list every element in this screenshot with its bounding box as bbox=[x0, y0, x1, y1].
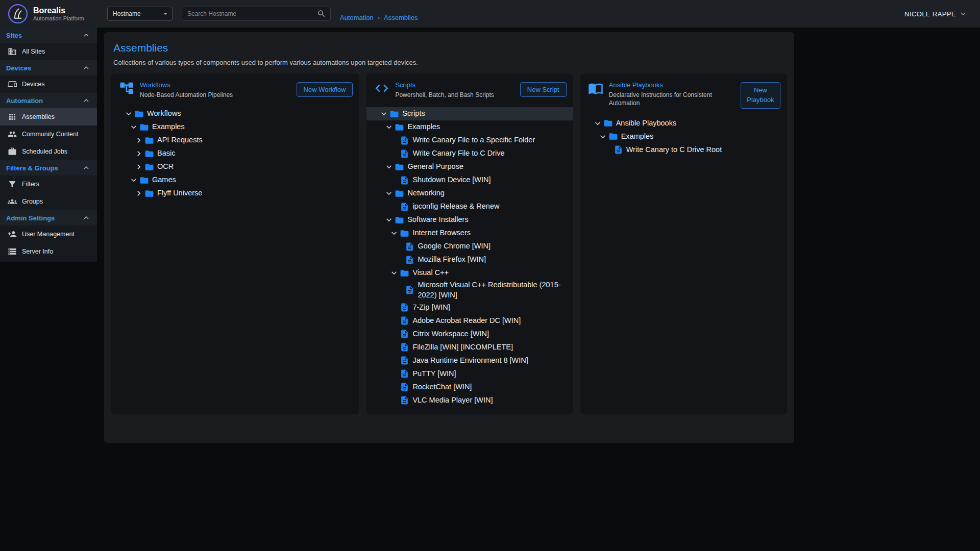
chevron-down-icon[interactable] bbox=[384, 162, 394, 172]
chevron-right-icon[interactable] bbox=[134, 148, 144, 159]
sidebar-item-community-content[interactable]: Community Content bbox=[0, 126, 97, 143]
tree-file-putty-win[interactable]: PuTTY [WIN] bbox=[366, 367, 573, 380]
chevron-spacer bbox=[394, 241, 404, 252]
tree-folder-flyff-universe[interactable]: Flyff Universe bbox=[111, 187, 359, 200]
card-header: ScriptsPowershell, Batch, and Bash Scrip… bbox=[366, 74, 573, 103]
chevron-down-icon[interactable] bbox=[389, 268, 399, 278]
new-script-button[interactable]: New Script bbox=[520, 82, 567, 97]
user-menu[interactable]: NICOLE RAPPE bbox=[904, 9, 968, 18]
sidebar-section-automation[interactable]: Automation bbox=[0, 93, 97, 108]
tree-file-mozilla-firefox-win[interactable]: Mozilla Firefox [WIN] bbox=[366, 253, 573, 266]
hostname-dropdown[interactable]: Hostname bbox=[107, 7, 173, 21]
tree-file-citrix-workspace-win[interactable]: Citrix Workspace [WIN] bbox=[366, 327, 573, 340]
tree-folder-general-purpose[interactable]: General Purpose bbox=[366, 160, 573, 173]
tree-folder-examples[interactable]: Examples bbox=[111, 120, 359, 134]
filters-icon bbox=[8, 180, 17, 189]
sidebar-item-filters[interactable]: Filters bbox=[0, 176, 97, 193]
tree-file-ipconfig-release-renew[interactable]: ipconfig Release & Renew bbox=[366, 200, 573, 213]
tree-file-filezilla-win-incomplete[interactable]: FileZilla [WIN] [INCOMPLETE] bbox=[366, 340, 573, 354]
search-input[interactable] bbox=[186, 10, 317, 18]
new-workflow-button[interactable]: New Workflow bbox=[297, 82, 353, 97]
card-titles: WorkflowsNode-Based Automation Pipelines bbox=[140, 81, 291, 99]
sidebar-section-admin-settings[interactable]: Admin Settings bbox=[0, 210, 97, 226]
tree-file-adobe-acrobat-reader-dc-win[interactable]: Adobe Acrobat Reader DC [WIN] bbox=[366, 314, 573, 327]
breadcrumb-item-assemblies[interactable]: Assemblies bbox=[384, 14, 418, 21]
sidebar-section-filters-groups[interactable]: Filters & Groups bbox=[0, 160, 97, 176]
file-icon bbox=[400, 395, 409, 405]
tree-folder-software-installers[interactable]: Software Installers bbox=[366, 213, 573, 227]
code-icon bbox=[374, 81, 389, 96]
sidebar-section-devices[interactable]: Devices bbox=[0, 60, 97, 76]
tree-item-label: PuTTY [WIN] bbox=[410, 369, 456, 379]
tree-folder-internet-browsers[interactable]: Internet Browsers bbox=[366, 227, 573, 240]
tree-item-label: Google Chrome [WIN] bbox=[415, 241, 491, 252]
chevron-down-icon[interactable] bbox=[384, 188, 394, 198]
file-icon bbox=[400, 356, 409, 365]
chevron-down-icon[interactable] bbox=[124, 109, 134, 119]
tree-file-shutdown-device-win[interactable]: Shutdown Device [WIN] bbox=[366, 173, 573, 187]
sidebar-item-groups[interactable]: Groups bbox=[0, 193, 97, 210]
chevron-up-icon bbox=[82, 31, 91, 40]
chevron-down-icon[interactable] bbox=[129, 175, 139, 185]
tree-folder-examples[interactable]: Examples bbox=[580, 130, 787, 143]
sidebar-item-scheduled-jobs[interactable]: Scheduled Jobs bbox=[0, 143, 97, 160]
chevron-right-icon[interactable] bbox=[134, 135, 144, 145]
file-icon bbox=[400, 382, 409, 392]
chevron-right-icon[interactable] bbox=[134, 162, 144, 172]
page-title: Assemblies bbox=[113, 42, 787, 54]
sidebar-section-label: Admin Settings bbox=[6, 214, 55, 222]
tree-file-java-runtime-environment-8-win[interactable]: Java Runtime Environment 8 [WIN] bbox=[366, 354, 573, 367]
tree-file-microsoft-visual-c-redistributable-2015-2022-win[interactable]: Microsoft Visual C++ Redistributable (20… bbox=[366, 280, 573, 300]
chevron-down-icon[interactable] bbox=[384, 215, 394, 225]
sidebar-item-all-sites[interactable]: All Sites bbox=[0, 43, 97, 60]
sidebar-item-label: Devices bbox=[22, 81, 44, 88]
brand-name: Borealis bbox=[33, 6, 84, 15]
file-icon bbox=[405, 255, 414, 265]
user-name: NICOLE RAPPE bbox=[904, 10, 956, 18]
folder-icon bbox=[395, 215, 404, 225]
breadcrumb-item-automation[interactable]: Automation bbox=[340, 14, 374, 21]
chevron-down-icon[interactable] bbox=[379, 109, 389, 119]
tree-file-vlc-media-player-win[interactable]: VLC Media Player [WIN] bbox=[366, 393, 573, 407]
sidebar-item-label: Scheduled Jobs bbox=[22, 148, 67, 155]
chevron-down-icon[interactable] bbox=[384, 122, 394, 132]
sidebar-item-user-management[interactable]: User Management bbox=[0, 226, 97, 243]
tree-folder-ocr[interactable]: OCR bbox=[111, 160, 359, 173]
tree-item-label: Citrix Workspace [WIN] bbox=[410, 329, 489, 339]
tree-folder-basic[interactable]: Basic bbox=[111, 147, 359, 160]
page-subtitle: Collections of various types of componen… bbox=[113, 59, 787, 66]
folder-icon bbox=[400, 268, 409, 278]
card-ansible-playbooks: Ansible PlaybooksDeclarative Instruction… bbox=[580, 74, 787, 414]
tree-file-write-canary-file-to-a-specific-folder[interactable]: Write Canary File to a Specific Folder bbox=[366, 134, 573, 147]
tree-folder-ansible-playbooks[interactable]: Ansible Playbooks bbox=[580, 117, 787, 130]
chevron-down-icon[interactable] bbox=[593, 118, 603, 129]
tree-folder-examples[interactable]: Examples bbox=[366, 120, 573, 134]
tree-folder-visual-c[interactable]: Visual C++ bbox=[366, 266, 573, 280]
chevron-down-icon[interactable] bbox=[129, 122, 139, 132]
assemblies-icon bbox=[8, 112, 17, 121]
tree-folder-workflows[interactable]: Workflows bbox=[111, 107, 359, 120]
chevron-right-icon[interactable] bbox=[134, 188, 144, 198]
chevron-down-icon[interactable] bbox=[389, 228, 399, 238]
sidebar-item-devices[interactable]: Devices bbox=[0, 76, 97, 93]
tree-item-label: 7-Zip [WIN] bbox=[410, 303, 450, 313]
tree-file-7-zip-win[interactable]: 7-Zip [WIN] bbox=[366, 300, 573, 314]
tree-file-write-canary-file-to-c-drive[interactable]: Write Canary File to C Drive bbox=[366, 147, 573, 160]
sidebar-item-assemblies[interactable]: Assemblies bbox=[0, 108, 97, 126]
tree-file-google-chrome-win[interactable]: Google Chrome [WIN] bbox=[366, 240, 573, 253]
sidebar-section-sites[interactable]: Sites bbox=[0, 28, 97, 43]
tree-folder-scripts[interactable]: Scripts bbox=[366, 107, 573, 120]
tree-file-write-canary-to-c-drive-root[interactable]: Write Canary to C Drive Root bbox=[580, 143, 787, 157]
file-icon bbox=[400, 136, 409, 145]
file-icon bbox=[400, 303, 409, 312]
tree-folder-api-requests[interactable]: API Requests bbox=[111, 134, 359, 147]
chevron-spacer bbox=[389, 355, 399, 365]
tree-folder-games[interactable]: Games bbox=[111, 173, 359, 187]
breadcrumb-separator: › bbox=[378, 14, 380, 21]
tree-file-rocketchat-win[interactable]: RocketChat [WIN] bbox=[366, 380, 573, 393]
new-playbook-button[interactable]: New Playbook bbox=[741, 82, 780, 109]
chevron-down-icon[interactable] bbox=[598, 132, 608, 142]
sidebar-item-server-info[interactable]: Server Info bbox=[0, 243, 97, 260]
tree-folder-networking[interactable]: Networking bbox=[366, 187, 573, 200]
sidebar-section-label: Devices bbox=[6, 64, 31, 72]
